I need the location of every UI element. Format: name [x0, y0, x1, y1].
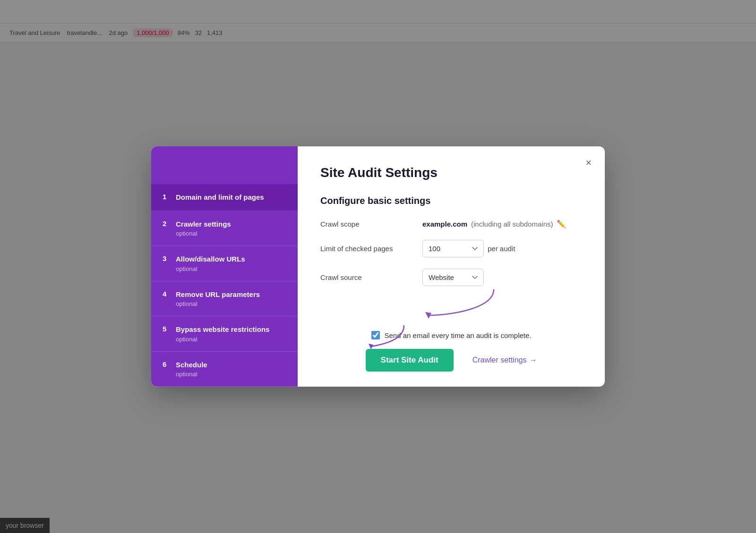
sidebar-item-4-title: Remove URL parameters — [176, 290, 260, 299]
crawl-scope-label: Crawl scope — [320, 220, 415, 228]
purple-arrow-svg — [366, 323, 423, 351]
sidebar-item-3-title: Allow/disallow URLs — [176, 254, 245, 264]
crawl-scope-domain: example.com — [422, 220, 467, 228]
crawl-source-value-group: Website Sitemap Both — [422, 269, 484, 286]
limit-label: Limit of checked pages — [320, 245, 415, 253]
close-button[interactable]: × — [584, 156, 593, 170]
crawl-source-dropdown[interactable]: Website Sitemap Both — [422, 269, 484, 286]
sidebar-item-6-number: 6 — [163, 360, 171, 368]
crawler-settings-link[interactable]: Crawler settings → — [472, 356, 537, 364]
sidebar-item-3-number: 3 — [163, 254, 171, 262]
per-audit-label: per audit — [488, 245, 515, 253]
buttons-row: Start Site Audit Crawler settings → — [320, 349, 582, 372]
limit-pages-row: Limit of checked pages 100 250 500 1000 … — [320, 240, 582, 257]
modal-sidebar: 1 Domain and limit of pages 2 Crawler se… — [151, 146, 298, 387]
sidebar-item-5-title: Bypass website restrictions — [176, 325, 269, 334]
edit-crawl-scope-icon[interactable]: ✏️ — [557, 220, 566, 228]
modal-overlay: 1 Domain and limit of pages 2 Crawler se… — [0, 0, 756, 533]
sidebar-item-4-number: 4 — [163, 290, 171, 298]
modal-title: Site Audit Settings — [320, 165, 582, 180]
sidebar-item-5-number: 5 — [163, 325, 171, 333]
start-audit-button[interactable]: Start Site Audit — [366, 349, 454, 372]
crawl-scope-value: example.com (including all subdomains) ✏… — [422, 220, 566, 228]
sidebar-item-5-optional: optional — [176, 336, 286, 343]
limit-dropdown[interactable]: 100 250 500 1000 5000 — [422, 240, 484, 257]
crawler-settings-label: Crawler settings — [472, 356, 527, 364]
sidebar-item-6[interactable]: 6 Schedule optional — [151, 352, 298, 387]
crawl-scope-suffix: (including all subdomains) — [471, 220, 553, 228]
sidebar-item-6-optional: optional — [176, 371, 286, 378]
sidebar-item-4-optional: optional — [176, 300, 286, 307]
crawl-scope-row: Crawl scope example.com (including all s… — [320, 220, 582, 228]
sidebar-item-3-optional: optional — [176, 265, 286, 272]
sidebar-item-1-number: 1 — [163, 193, 171, 201]
sidebar-item-2-title: Crawler settings — [176, 220, 231, 229]
modal-dialog: 1 Domain and limit of pages 2 Crawler se… — [151, 146, 605, 387]
sidebar-item-2[interactable]: 2 Crawler settings optional — [151, 211, 298, 246]
sidebar-item-6-title: Schedule — [176, 360, 207, 370]
crawl-source-label: Crawl source — [320, 273, 415, 281]
sidebar-item-2-optional: optional — [176, 230, 286, 237]
modal-bottom: Send an email every time an audit is com… — [320, 318, 582, 372]
modal-main: × Site Audit Settings Configure basic se… — [298, 146, 605, 387]
limit-value-group: 100 250 500 1000 5000 per audit — [422, 240, 515, 257]
section-title: Configure basic settings — [320, 195, 582, 206]
arrow-annotation — [352, 285, 550, 322]
crawl-source-row: Crawl source Website Sitemap Both — [320, 269, 582, 286]
sidebar-item-2-number: 2 — [163, 220, 171, 228]
crawler-settings-arrow: → — [529, 356, 537, 364]
sidebar-item-3[interactable]: 3 Allow/disallow URLs optional — [151, 246, 298, 281]
sidebar-item-1[interactable]: 1 Domain and limit of pages — [151, 184, 298, 211]
sidebar-item-1-title: Domain and limit of pages — [176, 193, 264, 202]
sidebar-item-4[interactable]: 4 Remove URL parameters optional — [151, 281, 298, 317]
sidebar-item-5[interactable]: 5 Bypass website restrictions optional — [151, 316, 298, 352]
